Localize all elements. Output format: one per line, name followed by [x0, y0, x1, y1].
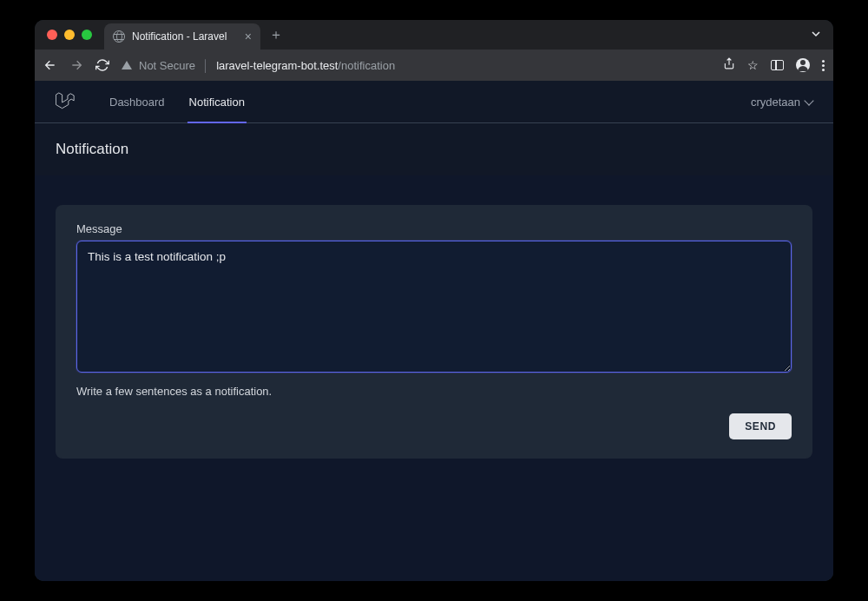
maximize-window-button[interactable]: [82, 30, 92, 40]
profile-icon[interactable]: [796, 58, 810, 72]
browser-window: Notification - Laravel × ＋ Not Secure │ …: [35, 20, 833, 581]
browser-tab[interactable]: Notification - Laravel ×: [104, 23, 260, 50]
new-tab-button[interactable]: ＋: [269, 26, 283, 44]
not-secure-icon: [122, 61, 132, 69]
nav-tab-notification[interactable]: Notification: [189, 81, 245, 122]
send-button[interactable]: SEND: [729, 413, 792, 439]
close-window-button[interactable]: [47, 30, 57, 40]
bookmark-star-icon[interactable]: ☆: [747, 58, 759, 72]
message-label: Message: [76, 222, 792, 235]
url-host: laravel-telegram-bot.test: [216, 59, 338, 72]
tab-strip: Notification - Laravel × ＋: [35, 20, 833, 50]
form-actions: SEND: [76, 413, 792, 439]
url-path: /notification: [338, 59, 395, 72]
panel-icon[interactable]: [771, 60, 784, 70]
user-menu[interactable]: crydetaan: [751, 96, 812, 109]
toolbar-right: ☆: [723, 57, 825, 73]
window-controls: [47, 30, 92, 40]
laravel-logo-icon[interactable]: [56, 90, 75, 113]
browser-toolbar: Not Secure │ laravel-telegram-bot.test/n…: [35, 50, 833, 81]
page-header: Notification: [35, 123, 833, 175]
page-title: Notification: [56, 141, 812, 158]
notification-card: Message Write a few sentences as a notif…: [56, 205, 812, 459]
back-button[interactable]: [43, 58, 57, 72]
message-textarea[interactable]: [76, 241, 792, 373]
main-content: Message Write a few sentences as a notif…: [35, 175, 833, 581]
menu-dots-icon[interactable]: [822, 60, 825, 71]
forward-button[interactable]: [69, 58, 83, 72]
tab-title: Notification - Laravel: [132, 30, 227, 43]
username-label: crydetaan: [751, 96, 800, 109]
nav-tabs: Dashboard Notification: [109, 81, 245, 122]
nav-tab-dashboard[interactable]: Dashboard: [109, 81, 165, 122]
message-hint: Write a few sentences as a notification.: [76, 385, 792, 398]
tab-list-chevron-icon[interactable]: [811, 27, 821, 43]
not-secure-label: Not Secure: [139, 59, 195, 72]
address-bar[interactable]: Not Secure │ laravel-telegram-bot.test/n…: [122, 59, 711, 72]
minimize-window-button[interactable]: [64, 30, 75, 40]
close-tab-button[interactable]: ×: [245, 30, 252, 43]
globe-icon: [113, 30, 125, 43]
app-navbar: Dashboard Notification crydetaan: [35, 81, 833, 123]
reload-button[interactable]: [95, 58, 109, 72]
share-icon[interactable]: [723, 57, 735, 73]
chevron-down-icon: [804, 96, 813, 105]
